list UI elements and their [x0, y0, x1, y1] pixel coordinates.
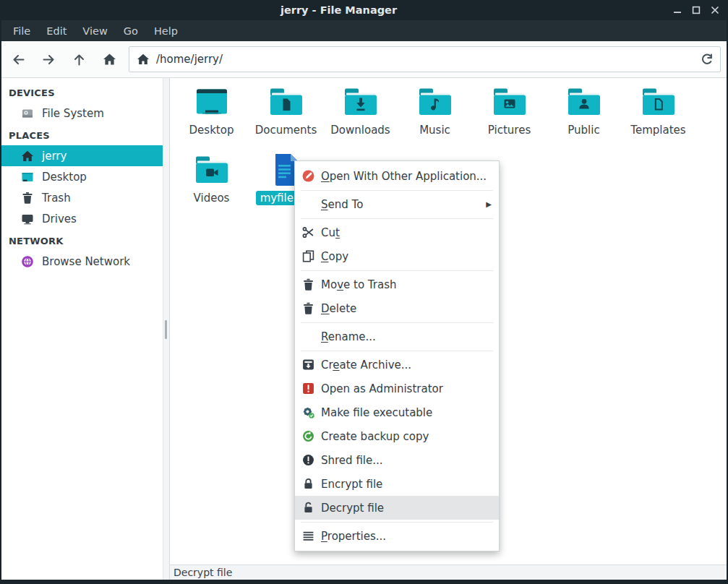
- sidebar-item-drives[interactable]: Drives: [1, 208, 163, 229]
- window-controls: [671, 0, 721, 20]
- refresh-button[interactable]: [697, 50, 716, 69]
- context-menu-item-cut[interactable]: Cut: [295, 220, 499, 244]
- file-label: Downloads: [326, 123, 394, 137]
- close-button[interactable]: [708, 4, 721, 17]
- arrow-left-icon: [12, 53, 25, 66]
- sidebar-item-browse-network[interactable]: Browse Network: [1, 251, 163, 272]
- home-button[interactable]: [98, 48, 120, 70]
- minimize-button[interactable]: [671, 4, 683, 17]
- splitter-grip-icon[interactable]: [165, 320, 167, 339]
- context-menu-item-move-to-trash[interactable]: Move to Trash: [295, 272, 499, 296]
- file-label: Videos: [189, 191, 234, 205]
- file-item-documents[interactable]: Documents: [249, 82, 323, 150]
- menubar-item-edit[interactable]: Edit: [38, 22, 74, 40]
- menu-item-label: Encrypt file: [321, 478, 382, 491]
- context-menu-item-open-as-administrator[interactable]: Open as Administrator: [295, 377, 499, 400]
- back-button[interactable]: [7, 48, 29, 70]
- backup-icon: [302, 430, 314, 442]
- path-input[interactable]: /home/jerry/: [156, 53, 690, 66]
- home-dark-icon: [21, 150, 34, 163]
- network-icon: [21, 255, 34, 268]
- menu-item-label: Create backup copy: [321, 430, 429, 443]
- sidebar-item-jerry[interactable]: jerry: [1, 145, 163, 166]
- drive-icon: [21, 107, 34, 120]
- sidebar-item-label: Browse Network: [42, 255, 130, 268]
- window-title: jerry - File Manager: [1, 0, 676, 20]
- menu-icon-spacer: [302, 198, 314, 210]
- context-menu-item-encrypt-file[interactable]: Encrypt file: [295, 472, 499, 496]
- menubar-item-file[interactable]: File: [5, 22, 38, 40]
- sidebar-item-file-system[interactable]: File System: [1, 103, 163, 124]
- context-menu-item-create-backup-copy[interactable]: Create backup copy: [295, 424, 499, 448]
- sidebar-item-trash[interactable]: Trash: [1, 187, 163, 208]
- menubar-item-go[interactable]: Go: [116, 22, 146, 40]
- statusbar: Decrypt file: [170, 564, 727, 580]
- file-item-pictures[interactable]: Pictures: [472, 82, 547, 150]
- path-bar[interactable]: /home/jerry/: [129, 46, 721, 72]
- sidebar-item-label: Drives: [42, 212, 77, 226]
- nav-buttons: [7, 48, 120, 70]
- arrow-right-icon: [42, 53, 56, 66]
- menu-item-label: Delete: [321, 302, 356, 315]
- folder-public-icon: [562, 82, 606, 121]
- folder-templates-icon: [637, 82, 680, 121]
- context-menu-item-delete[interactable]: Delete: [295, 296, 499, 320]
- menu-item-label: Open as Administrator: [321, 382, 443, 395]
- forward-button[interactable]: [38, 48, 59, 70]
- menu-item-label: Shred file...: [321, 454, 383, 467]
- pane-splitter[interactable]: [163, 78, 170, 580]
- file-item-desktop[interactable]: Desktop: [174, 82, 249, 150]
- file-item-music[interactable]: Music: [398, 82, 472, 150]
- context-menu-item-create-archive...[interactable]: Create Archive...: [295, 353, 499, 377]
- path-home-icon: [137, 53, 150, 66]
- file-label: Templates: [626, 123, 690, 137]
- context-menu-item-open-with-other-application...[interactable]: Open With Other Application...: [295, 164, 499, 188]
- context-menu-item-shred-file...[interactable]: Shred file...: [295, 448, 499, 472]
- file-item-public[interactable]: Public: [547, 82, 621, 150]
- sidebar-header-places: PLACES: [1, 124, 163, 145]
- menu-item-label: Cut: [321, 226, 340, 239]
- context-menu-item-properties...[interactable]: Properties...: [295, 524, 499, 548]
- file-label: Music: [415, 123, 455, 137]
- context-menu-item-copy[interactable]: Copy: [295, 244, 499, 268]
- sidebar-item-label: Trash: [42, 192, 71, 205]
- arrow-up-icon: [72, 53, 86, 66]
- sidebar: DEVICESFile SystemPLACESjerryDesktopTras…: [1, 78, 163, 580]
- folder-documents-icon: [265, 82, 308, 121]
- lock-closed-icon: [302, 478, 314, 490]
- context-menu-item-decrypt-file[interactable]: Decrypt file: [295, 496, 499, 520]
- sidebar-item-label: Desktop: [42, 171, 87, 184]
- menu-separator: [301, 270, 493, 271]
- titlebar[interactable]: jerry - File Manager: [1, 0, 727, 20]
- up-button[interactable]: [68, 48, 90, 70]
- copy-icon: [302, 250, 314, 262]
- menubar-item-view[interactable]: View: [74, 22, 115, 40]
- desktop-small-icon: [21, 171, 34, 184]
- trash-icon: [302, 302, 314, 314]
- sidebar-item-label: jerry: [42, 150, 67, 163]
- desktop-large-icon: [190, 82, 234, 121]
- trash-dark-icon: [21, 192, 34, 205]
- drives-icon: [21, 212, 34, 226]
- gear-check-icon: [302, 406, 314, 418]
- sidebar-header-devices: DEVICES: [1, 81, 163, 103]
- home-icon: [103, 53, 116, 66]
- menubar-item-help[interactable]: Help: [146, 22, 186, 40]
- context-menu-item-send-to[interactable]: Send To▶: [295, 192, 499, 216]
- maximize-button[interactable]: [690, 4, 702, 17]
- menu-separator: [301, 322, 493, 323]
- file-item-templates[interactable]: Templates: [621, 82, 695, 150]
- sidebar-item-desktop[interactable]: Desktop: [1, 166, 163, 187]
- menu-item-label: Create Archive...: [321, 358, 411, 372]
- context-menu-item-rename...[interactable]: Rename...: [295, 325, 499, 348]
- context-menu: Open With Other Application...Send To▶Cu…: [294, 160, 500, 551]
- menu-item-label: Rename...: [321, 330, 376, 343]
- file-item-downloads[interactable]: Downloads: [323, 82, 398, 150]
- menu-item-label: Decrypt file: [321, 502, 384, 515]
- folder-videos-icon: [190, 150, 234, 189]
- admin-icon: [302, 382, 314, 395]
- context-menu-item-make-file-executable[interactable]: Make file executable: [295, 400, 499, 424]
- menu-item-label: Send To: [321, 198, 363, 211]
- file-item-videos[interactable]: Videos: [174, 150, 249, 218]
- scissors-icon: [302, 226, 314, 239]
